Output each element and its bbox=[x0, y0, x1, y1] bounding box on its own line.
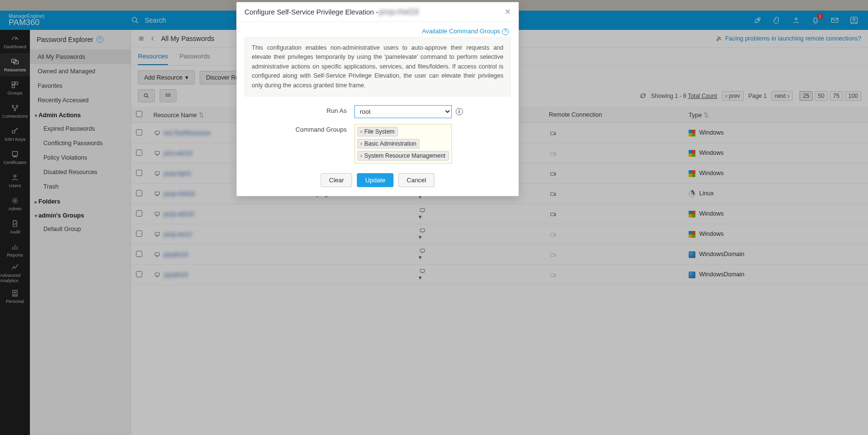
row-checkbox[interactable] bbox=[136, 150, 142, 156]
monitor-icon bbox=[153, 211, 161, 217]
remove-token-icon[interactable]: × bbox=[360, 129, 363, 135]
row-checkbox[interactable] bbox=[136, 170, 142, 176]
explorer-item[interactable]: Recently Accessed bbox=[30, 93, 131, 108]
monitor-icon bbox=[153, 150, 161, 156]
command-group-token[interactable]: ×System Resource Management bbox=[357, 151, 449, 161]
page-size-25[interactable]: 25 bbox=[800, 91, 813, 101]
update-button[interactable]: Update bbox=[357, 173, 393, 187]
info-icon[interactable]: i bbox=[456, 108, 463, 115]
explorer-item[interactable]: Owned and Managed bbox=[30, 64, 131, 79]
svg-rect-48 bbox=[551, 152, 555, 155]
remote-connection-icon[interactable] bbox=[549, 211, 679, 218]
prev-page[interactable]: ‹ prev bbox=[722, 91, 744, 101]
explorer-item[interactable]: Favorites bbox=[30, 79, 131, 93]
clip-icon[interactable] bbox=[773, 16, 781, 25]
cert-icon bbox=[10, 150, 20, 159]
svg-rect-11 bbox=[15, 82, 18, 84]
nav-ssh-keys[interactable]: SSH Keys bbox=[0, 122, 30, 146]
gauge-icon bbox=[10, 34, 20, 43]
person-icon[interactable] bbox=[792, 16, 800, 25]
nav-resources[interactable]: Resources bbox=[0, 53, 30, 76]
tab-resources[interactable]: Resources bbox=[138, 48, 168, 65]
nav-admin[interactable]: Admin bbox=[0, 192, 30, 215]
resource-name-link[interactable]: prop-rhel18 bbox=[164, 190, 195, 197]
column-chooser-button[interactable] bbox=[160, 89, 176, 102]
remote-connection-icon[interactable] bbox=[549, 170, 679, 177]
nav-advanced-analytics[interactable]: Advanced Analytics bbox=[0, 261, 30, 285]
bell-icon[interactable]: 1 bbox=[811, 16, 820, 25]
search-icon[interactable] bbox=[131, 16, 139, 24]
command-group-token[interactable]: ×File System bbox=[357, 127, 398, 136]
resource-name-link[interactable]: prop-kprt1 bbox=[164, 170, 191, 177]
admin-actions-heading[interactable]: Admin Actions bbox=[30, 108, 131, 122]
nav-users[interactable]: Users bbox=[0, 169, 30, 192]
page-size-100[interactable]: 100 bbox=[845, 91, 861, 101]
row-checkbox[interactable] bbox=[136, 190, 142, 196]
nav-connections[interactable]: Connections bbox=[0, 99, 30, 122]
resource-name-link[interactable]: bnl.TestResource bbox=[164, 130, 211, 136]
explorer-item[interactable]: Default Group bbox=[30, 222, 131, 236]
explorer-item[interactable]: Disabled Resources bbox=[30, 165, 131, 179]
command-groups-field[interactable]: ×File System×Basic Administration×System… bbox=[354, 124, 452, 163]
remote-connection-icon[interactable] bbox=[549, 130, 679, 136]
help-link[interactable]: Facing problems in launching remote conn… bbox=[716, 35, 861, 42]
page-size-75[interactable]: 75 bbox=[830, 91, 843, 101]
clear-button[interactable]: Clear bbox=[321, 173, 352, 187]
runas-select[interactable]: root bbox=[354, 105, 452, 118]
command-group-token[interactable]: ×Basic Administration bbox=[357, 139, 420, 149]
resource-action-menu[interactable]: ▾ bbox=[419, 248, 539, 261]
remote-connection-icon[interactable] bbox=[549, 251, 679, 258]
remote-connection-icon[interactable] bbox=[549, 272, 679, 278]
row-checkbox[interactable] bbox=[136, 231, 142, 237]
nav-audit[interactable]: Audit bbox=[0, 215, 30, 238]
select-all-checkbox[interactable] bbox=[136, 111, 142, 117]
nav-dashboard[interactable]: Dashboard bbox=[0, 30, 30, 53]
explorer-item[interactable]: Expired Passwords bbox=[30, 122, 131, 136]
list-toggle-icon[interactable] bbox=[138, 36, 145, 41]
nav-certificates[interactable]: Certificates bbox=[0, 146, 30, 169]
groups-heading[interactable]: admin's Groups bbox=[30, 208, 131, 222]
row-checkbox[interactable] bbox=[136, 251, 142, 257]
page-size-50[interactable]: 50 bbox=[814, 91, 827, 101]
nav-personal[interactable]: Personal bbox=[0, 285, 30, 308]
remove-token-icon[interactable]: × bbox=[360, 141, 363, 147]
row-checkbox[interactable] bbox=[136, 210, 142, 217]
remote-connection-icon[interactable] bbox=[549, 150, 679, 157]
rocket-icon[interactable] bbox=[753, 16, 762, 25]
explorer-item[interactable]: Policy Violations bbox=[30, 150, 131, 165]
table-search-button[interactable] bbox=[138, 89, 155, 102]
next-page[interactable]: next › bbox=[772, 91, 793, 101]
close-icon[interactable]: ✕ bbox=[504, 7, 511, 16]
resource-name-link[interactable]: prop-ws12 bbox=[164, 231, 192, 238]
back-icon[interactable] bbox=[149, 36, 156, 41]
mail-icon[interactable] bbox=[830, 16, 839, 25]
resource-name-link[interactable]: prm-wtn10 bbox=[164, 150, 192, 157]
remote-connection-icon[interactable] bbox=[549, 190, 679, 197]
total-count-link[interactable]: Total Count bbox=[688, 93, 717, 99]
remove-token-icon[interactable]: × bbox=[360, 153, 363, 159]
profile-icon[interactable] bbox=[850, 16, 858, 25]
row-checkbox[interactable] bbox=[136, 129, 142, 136]
nav-reports[interactable]: Reports bbox=[0, 238, 30, 261]
cancel-button[interactable]: Cancel bbox=[398, 173, 434, 187]
resource-name-link[interactable]: prop-wtn10 bbox=[164, 211, 194, 218]
resource-name-link[interactable]: prpath19 bbox=[164, 272, 188, 278]
nav-groups[interactable]: Groups bbox=[0, 76, 30, 99]
tab-passwords[interactable]: Passwords bbox=[179, 48, 210, 65]
resource-name-link[interactable]: prpath19 bbox=[164, 251, 188, 258]
folders-heading[interactable]: Folders bbox=[30, 194, 131, 208]
refresh-icon[interactable] bbox=[640, 93, 646, 99]
monitor-icon bbox=[153, 231, 161, 237]
svg-rect-4 bbox=[831, 18, 838, 23]
help-icon[interactable]: ? bbox=[96, 36, 103, 43]
explorer-item[interactable]: Conflicting Passwords bbox=[30, 136, 131, 150]
remote-connection-icon[interactable] bbox=[549, 231, 679, 238]
resource-action-menu[interactable]: ▾ bbox=[419, 268, 539, 281]
available-command-groups-link[interactable]: Available Command Groups ? bbox=[422, 27, 509, 35]
row-checkbox[interactable] bbox=[136, 271, 142, 277]
explorer-item[interactable]: Trash bbox=[30, 179, 131, 194]
add-resource-button[interactable]: Add Resource ▾ bbox=[138, 70, 195, 84]
resource-action-menu[interactable]: ▾ bbox=[419, 207, 539, 220]
explorer-item[interactable]: All My Passwords bbox=[30, 50, 131, 64]
resource-action-menu[interactable]: ▾ bbox=[419, 228, 539, 241]
